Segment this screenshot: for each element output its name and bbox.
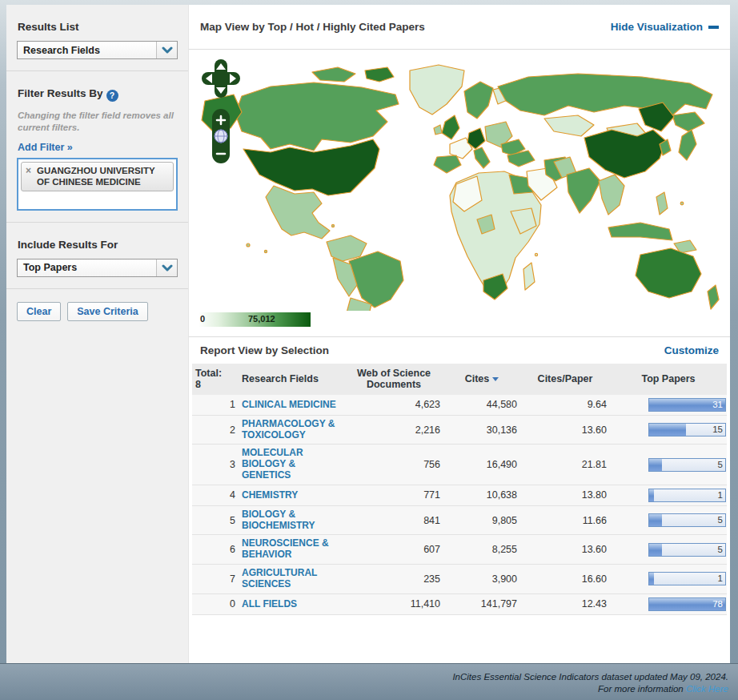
row-rank: 5 bbox=[192, 505, 239, 535]
save-criteria-button[interactable]: Save Criteria bbox=[67, 302, 147, 321]
row-top-papers: 15 bbox=[610, 415, 727, 445]
map-view-header: Map View by Top / Hot / Highly Cited Pap… bbox=[189, 5, 730, 50]
results-list-section: Results List Research Fields bbox=[6, 5, 188, 71]
research-field-link[interactable]: PHARMACOLOGY & TOXICOLOGY bbox=[242, 419, 341, 441]
top-papers-value: 31 bbox=[712, 400, 723, 409]
row-rank: 2 bbox=[192, 415, 239, 445]
row-top-papers: 31 bbox=[610, 395, 727, 416]
results-list-value: Research Fields bbox=[18, 45, 156, 56]
include-results-heading: Include Results For bbox=[18, 239, 177, 251]
top-papers-bar-fill bbox=[649, 514, 662, 526]
map-controls bbox=[202, 59, 240, 175]
top-papers-bar: 5 bbox=[648, 513, 726, 527]
row-rank: 7 bbox=[192, 564, 239, 593]
map-legend: 0 75,012 bbox=[199, 312, 311, 327]
total-header: Total: 8 bbox=[192, 364, 239, 395]
research-field-link[interactable]: NEUROSCIENCE & BEHAVIOR bbox=[242, 538, 341, 561]
research-field-link[interactable]: BIOLOGY & BIOCHEMISTRY bbox=[242, 509, 341, 532]
row-docs: 4,623 bbox=[344, 395, 443, 416]
main-panel: Map View by Top / Hot / Highly Cited Pap… bbox=[189, 5, 730, 663]
row-rank: 3 bbox=[192, 445, 239, 485]
research-field-link[interactable]: AGRICULTURAL SCIENCES bbox=[242, 568, 341, 590]
top-papers-value: 1 bbox=[718, 573, 723, 583]
results-list-select[interactable]: Research Fields bbox=[17, 41, 178, 59]
table-row: 7 AGRICULTURAL SCIENCES 235 3,900 16.60 … bbox=[192, 564, 727, 593]
choropleth-map-svg[interactable] bbox=[192, 54, 720, 311]
top-papers-value: 15 bbox=[712, 424, 723, 434]
remove-filter-icon[interactable]: × bbox=[26, 165, 31, 177]
top-papers-bar: 15 bbox=[648, 423, 726, 436]
clear-button[interactable]: Clear bbox=[17, 302, 61, 321]
add-filter-link[interactable]: Add Filter » bbox=[18, 142, 73, 153]
row-top-papers: 5 bbox=[610, 535, 727, 565]
filter-by-heading: Filter Results By? bbox=[18, 87, 177, 102]
top-papers-value: 5 bbox=[718, 545, 723, 554]
row-field: BIOLOGY & BIOCHEMISTRY bbox=[239, 505, 344, 535]
results-list-heading: Results List bbox=[18, 21, 177, 33]
page-background: Results List Research Fields Filter Resu… bbox=[0, 0, 738, 700]
row-cites-per-paper: 13.60 bbox=[520, 415, 610, 445]
zoom-control bbox=[212, 109, 230, 163]
row-cites-per-paper: 9.64 bbox=[520, 395, 610, 416]
top-papers-bar-fill bbox=[649, 489, 654, 501]
row-cites-per-paper: 21.81 bbox=[520, 445, 610, 485]
include-results-section: Include Results For Top Papers bbox=[6, 223, 188, 289]
click-here-link[interactable]: Click Here bbox=[686, 684, 728, 694]
total-label: Total: bbox=[195, 368, 235, 379]
top-papers-value: 78 bbox=[712, 599, 723, 609]
row-field: CHEMISTRY bbox=[239, 485, 344, 505]
row-docs: 771 bbox=[344, 485, 443, 505]
research-field-link[interactable]: ALL FIELDS bbox=[242, 599, 297, 610]
table-row: 5 BIOLOGY & BIOCHEMISTRY 841 9,805 11.66… bbox=[192, 505, 727, 535]
pan-dpad-control bbox=[202, 59, 240, 98]
report-table: Total: 8 Research Fields Web of Science … bbox=[192, 364, 727, 615]
action-buttons: Clear Save Criteria bbox=[6, 289, 188, 334]
customize-link[interactable]: Customize bbox=[664, 344, 719, 356]
cites-sort-header[interactable]: Cites bbox=[443, 364, 520, 395]
top-papers-header: Top Papers bbox=[610, 364, 727, 395]
top-papers-value: 5 bbox=[718, 515, 723, 525]
row-cites: 8,255 bbox=[443, 535, 520, 565]
table-row: 0 ALL FIELDS 11,410 141,797 12.43 78 bbox=[192, 593, 727, 614]
top-papers-bar: 31 bbox=[648, 398, 726, 412]
research-field-link[interactable]: CLINICAL MEDICINE bbox=[242, 400, 336, 411]
world-map[interactable]: 0 75,012 bbox=[189, 50, 730, 337]
research-field-link[interactable]: CHEMISTRY bbox=[242, 490, 298, 501]
row-cites: 10,638 bbox=[443, 485, 520, 505]
row-field: NEUROSCIENCE & BEHAVIOR bbox=[239, 535, 344, 565]
chevron-down-icon[interactable] bbox=[156, 42, 177, 58]
table-row: 1 CLINICAL MEDICINE 4,623 44,580 9.64 31 bbox=[192, 395, 727, 416]
cites-per-paper-header: Cites/Paper bbox=[520, 364, 610, 395]
hide-visualization-link[interactable]: Hide Visualization bbox=[611, 21, 719, 33]
footer-dataset-note: InCites Essential Science Indicators dat… bbox=[0, 671, 728, 683]
row-docs: 2,216 bbox=[344, 415, 443, 445]
row-rank: 4 bbox=[192, 485, 239, 505]
row-field: PHARMACOLOGY & TOXICOLOGY bbox=[239, 415, 344, 445]
filter-section: Filter Results By? Changing the filter f… bbox=[6, 71, 188, 223]
row-cites-per-paper: 16.60 bbox=[520, 564, 610, 593]
research-field-link[interactable]: MOLECULAR BIOLOGY & GENETICS bbox=[242, 448, 341, 481]
report-view-title: Report View by Selection bbox=[200, 344, 329, 356]
research-fields-header: Research Fields bbox=[239, 364, 344, 395]
row-cites: 44,580 bbox=[443, 395, 520, 416]
row-cites-per-paper: 11.66 bbox=[520, 505, 610, 535]
legend-max-value: 75,012 bbox=[248, 314, 275, 324]
top-papers-bar: 5 bbox=[648, 543, 726, 557]
row-top-papers: 1 bbox=[610, 485, 727, 505]
filter-tag-label: GUANGZHOU UNIVERSITY OF CHINESE MEDICINE bbox=[37, 166, 154, 187]
row-cites: 3,900 bbox=[443, 564, 520, 593]
row-rank: 0 bbox=[192, 593, 239, 614]
cites-label: Cites bbox=[465, 373, 490, 384]
wos-documents-header: Web of Science Documents bbox=[344, 364, 443, 395]
row-docs: 756 bbox=[344, 445, 443, 485]
filter-tag[interactable]: × GUANGZHOU UNIVERSITY OF CHINESE MEDICI… bbox=[21, 162, 174, 191]
help-icon[interactable]: ? bbox=[106, 90, 118, 102]
chevron-down-icon[interactable] bbox=[156, 259, 177, 276]
hide-visualization-label: Hide Visualization bbox=[611, 21, 703, 33]
row-field: MOLECULAR BIOLOGY & GENETICS bbox=[239, 445, 344, 485]
filter-listbox[interactable]: × GUANGZHOU UNIVERSITY OF CHINESE MEDICI… bbox=[17, 158, 178, 211]
row-docs: 841 bbox=[344, 505, 443, 535]
include-results-select[interactable]: Top Papers bbox=[17, 259, 178, 277]
row-cites: 16,490 bbox=[443, 445, 520, 485]
table-row: 6 NEUROSCIENCE & BEHAVIOR 607 8,255 13.6… bbox=[192, 535, 727, 565]
